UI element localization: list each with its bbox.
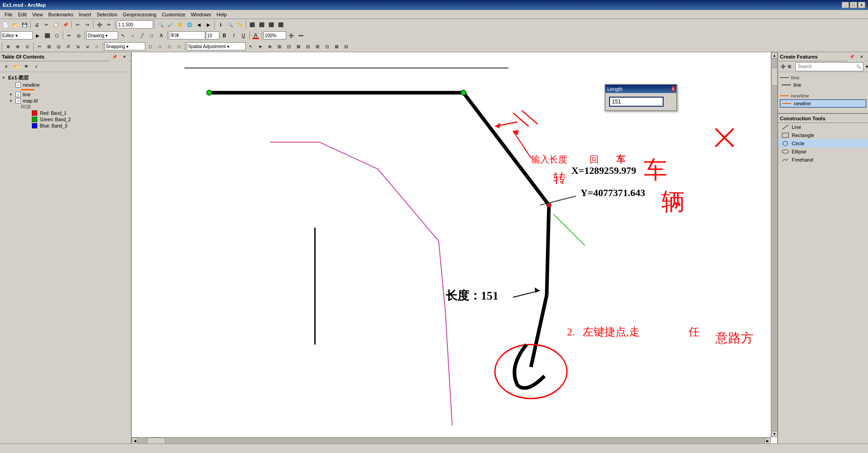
scroll-left[interactable]: ◀ [132, 438, 138, 443]
bold-btn[interactable]: B [220, 31, 229, 40]
scroll-down[interactable]: ▼ [771, 431, 777, 437]
editor-btn[interactable]: ✏ [104, 20, 114, 29]
sketch-tool[interactable]: ✏ [64, 31, 74, 40]
draw-text[interactable]: A [157, 31, 166, 40]
menu-file[interactable]: File [2, 11, 15, 18]
length-input[interactable] [609, 97, 664, 107]
cf-organize[interactable]: ⊞ [787, 62, 792, 71]
spatial-adj-10[interactable]: ⊠ [332, 42, 341, 51]
menu-windows[interactable]: Windows [188, 11, 214, 18]
edit-scale[interactable]: ⇲ [73, 42, 82, 51]
snap1[interactable]: ⊕ [4, 42, 13, 51]
snapping-dropdown[interactable]: Snapping ▾ [104, 42, 145, 50]
edit-intersect[interactable]: ∩ [92, 42, 101, 51]
snap-vertex[interactable]: □ [165, 42, 174, 51]
menu-view[interactable]: View [30, 11, 46, 18]
measure-btn[interactable]: 📏 [235, 20, 244, 29]
close-button[interactable]: × [858, 2, 865, 8]
map-checkbox[interactable]: ✓ [15, 98, 21, 103]
construction-item-ellipse[interactable]: Ellipse [778, 148, 868, 156]
snap-end[interactable]: □ [174, 42, 184, 51]
spatial-adj-2[interactable]: ➤ [256, 42, 265, 51]
cf-close-btn[interactable]: × [857, 52, 866, 61]
italic-btn[interactable]: I [229, 31, 238, 40]
menu-help[interactable]: Help [214, 11, 230, 18]
spatial-adj-3[interactable]: ⊕ [265, 42, 274, 51]
next-extent-btn[interactable]: ▶ [204, 20, 213, 29]
edit-vertices[interactable]: ⬛ [43, 31, 52, 40]
construction-item-freehand[interactable]: Freehand [778, 156, 868, 164]
layer-line-item[interactable]: ▼ ✓ line [9, 91, 129, 98]
tb-extra-1[interactable]: ⬛ [248, 20, 257, 29]
spatial-adj-6[interactable]: ⊠ [294, 42, 303, 51]
color-btn[interactable]: A [251, 31, 260, 40]
menu-customize[interactable]: Customize [159, 11, 188, 18]
scroll-thumb-v[interactable] [771, 68, 777, 86]
spatial-adj-7[interactable]: ⊟ [303, 42, 312, 51]
length-dialog-close[interactable]: × [672, 86, 675, 92]
line-checkbox[interactable]: ✓ [15, 92, 21, 97]
identify-btn[interactable]: ℹ [216, 20, 225, 29]
scroll-up[interactable]: ▲ [771, 52, 777, 59]
paste-btn[interactable]: 📌 [61, 20, 70, 29]
menu-geoprocessing[interactable]: Geoprocessing [120, 11, 159, 18]
font-size-dropdown[interactable]: 10 [206, 31, 219, 39]
toc-close-btn[interactable]: × [120, 52, 129, 61]
horizontal-scrollbar[interactable]: ◀ ▶ [132, 437, 771, 443]
draw-rect[interactable]: □ [147, 31, 156, 40]
spatial-adj-9[interactable]: ⊡ [322, 42, 332, 51]
cut-btn[interactable]: ✂ [42, 20, 51, 29]
reshape-btn[interactable]: ⬡ [52, 31, 61, 40]
tb-extra-2[interactable]: ⬛ [257, 20, 266, 29]
scroll-right[interactable]: ▶ [764, 438, 771, 443]
menu-selection[interactable]: Selection [94, 11, 120, 18]
draw-line[interactable]: ╱ [138, 31, 147, 40]
snap2[interactable]: ⊗ [13, 42, 22, 51]
spatial-adj-dropdown[interactable]: Spatial Adjustment ▾ [187, 42, 246, 50]
copy-btn[interactable]: 📋 [51, 20, 60, 29]
add-data-btn[interactable]: ➕ [95, 20, 104, 29]
toc-visibility-view[interactable]: 👁 [22, 62, 31, 71]
drawing-dropdown[interactable]: Drawing ▾ [86, 31, 118, 39]
editor-dropdown[interactable]: Editor ▾ [1, 31, 33, 39]
layer-map-item[interactable]: ▼ ✓ map.tif [9, 98, 129, 104]
edit-rotate[interactable]: ↺ [64, 42, 73, 51]
edit-cut[interactable]: ✂ [35, 42, 44, 51]
save-btn[interactable]: 💾 [20, 20, 29, 29]
menu-edit[interactable]: Edit [15, 11, 30, 18]
edit-merge[interactable]: ⊞ [45, 42, 54, 51]
spatial-adj-1[interactable]: ↖ [246, 42, 255, 51]
spatial-adj-5[interactable]: ⊡ [284, 42, 293, 51]
vertical-scrollbar[interactable]: ▲ ▼ [771, 52, 777, 437]
tb-extra-3[interactable]: ⬛ [267, 20, 276, 29]
open-btn[interactable]: 📂 [10, 20, 20, 29]
spatial-adj-8[interactable]: ⊞ [313, 42, 322, 51]
cf-new-template[interactable]: ➕ [780, 62, 786, 71]
layer-newline-item[interactable]: ✓ newline [9, 82, 129, 88]
toc-pin-btn[interactable]: 📌 [110, 52, 119, 61]
snap3[interactable]: ⊙ [23, 42, 32, 51]
edit-union[interactable]: ⊎ [83, 42, 92, 51]
menu-insert[interactable]: Insert [76, 11, 94, 18]
newline-checkbox[interactable]: ✓ [15, 82, 21, 88]
zoom-pct-dropdown[interactable]: 100% [263, 31, 286, 39]
maximize-button[interactable]: □ [850, 2, 857, 8]
print-btn[interactable]: 🖨 [32, 20, 41, 29]
cf-pin-btn[interactable]: 📌 [847, 52, 856, 61]
zoom-in-btn[interactable]: 🔍 [156, 20, 165, 29]
scroll-thumb-h[interactable] [147, 438, 165, 443]
edit-tool[interactable]: ▶ [33, 31, 42, 40]
layout-zoom-out[interactable]: ➖ [296, 31, 305, 40]
construction-item-rectangle[interactable]: Rectangle [778, 131, 868, 139]
layout-zoom-in[interactable]: ➕ [287, 31, 296, 40]
draw-pointer[interactable]: ↖ [119, 31, 128, 40]
feature-item-line[interactable]: line [780, 81, 866, 89]
edit-buffer[interactable]: ◎ [54, 42, 63, 51]
prev-extent-btn[interactable]: ◀ [194, 20, 203, 29]
minimize-button[interactable]: _ [842, 2, 849, 8]
spatial-adj-4[interactable]: ⊞ [275, 42, 284, 51]
toc-source-view[interactable]: 📂 [12, 62, 21, 71]
full-extent-btn[interactable]: 🌐 [185, 20, 194, 29]
map-area[interactable]: X=1289259.979 Y=4077371.643 长度：151 输入长度 … [132, 52, 777, 443]
find-btn[interactable]: 🔍 [226, 20, 235, 29]
